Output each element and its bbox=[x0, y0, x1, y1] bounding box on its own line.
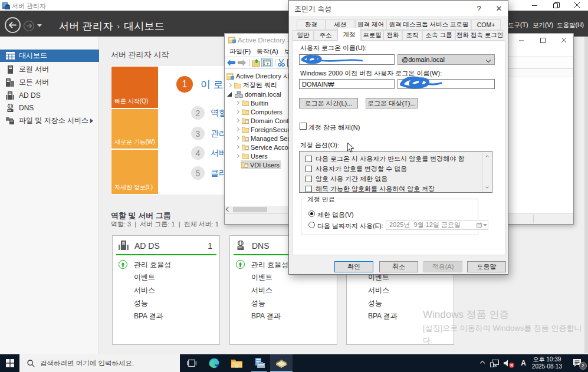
server-manager-button[interactable] bbox=[248, 354, 270, 372]
apply-button[interactable]: 적용(A) bbox=[423, 261, 462, 272]
whats-new-block[interactable]: 새로운 기능(W) bbox=[111, 109, 158, 149]
expiry-until-radio[interactable] bbox=[308, 222, 315, 228]
aduc-maximize-button[interactable] bbox=[532, 34, 553, 47]
console-tree-toggle[interactable] bbox=[261, 58, 272, 67]
tab-profile[interactable]: 프로필 bbox=[361, 30, 383, 41]
tile-title[interactable]: DNS bbox=[252, 241, 270, 251]
tile-title[interactable]: AD DS bbox=[134, 241, 160, 251]
tile-row[interactable]: 성능 bbox=[251, 298, 265, 308]
tree-item-saved-queries[interactable]: 저장된 쿼리 bbox=[225, 81, 277, 90]
file-explorer-button[interactable] bbox=[225, 354, 248, 372]
tab-telephones[interactable]: 전화 bbox=[383, 30, 402, 41]
chevron-collapsed-icon[interactable] bbox=[235, 110, 239, 114]
chevron-collapsed-icon[interactable] bbox=[235, 127, 239, 131]
volume-muted-icon[interactable] bbox=[504, 360, 512, 367]
dialog-help-button[interactable]: ? bbox=[469, 1, 489, 16]
help-button[interactable]: 도움말 bbox=[467, 261, 506, 272]
ok-button[interactable]: 확인 bbox=[334, 261, 373, 272]
tile-row[interactable]: 서비스 bbox=[368, 285, 389, 295]
tree-item-vdi-users[interactable]: VDI Users bbox=[225, 160, 281, 169]
aduc-minimize-button[interactable] bbox=[511, 34, 532, 47]
option-store-reversible[interactable]: 해독 가능한 암호화를 사용하여 암호 저장 bbox=[306, 185, 435, 193]
tab-organization[interactable]: 조직 bbox=[402, 30, 422, 41]
learn-more-block[interactable]: 자세한 정보(L) bbox=[111, 150, 158, 194]
tab-environment[interactable]: 환경 bbox=[297, 19, 326, 30]
chevron-collapsed-icon[interactable] bbox=[235, 154, 239, 158]
forward-icon[interactable] bbox=[238, 60, 246, 66]
menu-view[interactable]: 보기(V) bbox=[533, 21, 553, 29]
tile-row[interactable]: 관리 효율성 bbox=[251, 260, 288, 270]
sidebar-item-dns[interactable]: DNS bbox=[0, 101, 99, 114]
restore-button[interactable] bbox=[546, 0, 567, 11]
tab-account[interactable]: 계정 bbox=[337, 28, 361, 41]
minimize-button[interactable] bbox=[524, 0, 546, 11]
tree-item-computers[interactable]: Computers bbox=[225, 107, 282, 116]
dialog-close-button[interactable]: ✕ bbox=[489, 1, 509, 16]
date-picker-button[interactable] bbox=[476, 221, 487, 229]
taskbar-clock[interactable]: 오후 10:39 2025-08-13 bbox=[532, 356, 562, 370]
option-password-never-expires[interactable]: 암호 사용 기간 제한 없음 bbox=[306, 175, 387, 183]
chevron-collapsed-icon[interactable] bbox=[235, 145, 239, 149]
tile-row[interactable]: BPA 결과 bbox=[251, 311, 281, 321]
chevron-collapsed-icon[interactable] bbox=[235, 136, 239, 140]
tile-row[interactable]: BPA 결과 bbox=[134, 311, 163, 321]
up-level-icon[interactable] bbox=[252, 59, 260, 67]
scrollbar-thumb[interactable] bbox=[233, 207, 267, 212]
task-view-button[interactable] bbox=[180, 354, 203, 372]
tile-row[interactable]: 관리 효율성 bbox=[134, 260, 171, 270]
pre2000-domain-input[interactable]: DOMAIN₩ bbox=[299, 79, 395, 89]
aduc-close-button[interactable] bbox=[553, 34, 574, 47]
expiry-never-radio[interactable] bbox=[308, 210, 315, 217]
chevron-collapsed-icon[interactable] bbox=[228, 83, 232, 87]
tab-dial-in[interactable]: 전화 접속 로그인 bbox=[455, 30, 504, 41]
tile-row[interactable]: BPA 결과 bbox=[368, 311, 398, 321]
tab-com-plus[interactable]: COM+ bbox=[471, 19, 501, 30]
search-input[interactable]: 검색하려면 여기에 입력하세요. bbox=[19, 354, 180, 372]
close-button[interactable] bbox=[567, 0, 588, 11]
option-must-change-password[interactable]: 다음 로그온 시 사용자가 반드시 암호를 변경해야 함 bbox=[306, 154, 464, 163]
tile-row[interactable]: 성능 bbox=[134, 298, 148, 308]
tile-row[interactable]: 이벤트 bbox=[251, 272, 272, 282]
aduc-menu-action[interactable]: 동작(A) bbox=[257, 47, 278, 56]
tree-item-domain[interactable]: domain.local bbox=[225, 90, 281, 98]
expiry-date-picker[interactable]: 2025년 9월 12일 금요일 bbox=[386, 220, 488, 230]
tab-address[interactable]: 주소 bbox=[314, 30, 337, 41]
tree-item-users[interactable]: Users bbox=[225, 152, 268, 160]
main-scrollbar[interactable] bbox=[584, 37, 588, 353]
cancel-button[interactable]: 취소 bbox=[379, 261, 418, 272]
tab-general[interactable]: 일반 bbox=[293, 30, 314, 41]
edge-button[interactable] bbox=[203, 354, 225, 372]
tile-row[interactable]: 이벤트 bbox=[134, 272, 155, 282]
chevron-collapsed-icon[interactable] bbox=[235, 101, 239, 105]
upn-suffix-dropdown[interactable]: @domain.local bbox=[398, 54, 495, 65]
sidebar-item-file-storage[interactable]: 파일 및 저장소 서비스 bbox=[0, 114, 99, 127]
tile-row[interactable]: 서비스 bbox=[251, 285, 272, 295]
aduc-menu-file[interactable]: 파일(F) bbox=[229, 47, 251, 56]
menu-help[interactable]: 도움말(H) bbox=[557, 21, 584, 29]
aduc-taskbar-button[interactable] bbox=[270, 354, 293, 372]
sidebar-item-local-server[interactable]: 로컬 서버 bbox=[0, 63, 99, 75]
network-icon[interactable] bbox=[490, 360, 499, 367]
chevron-collapsed-icon[interactable] bbox=[235, 118, 239, 123]
start-button[interactable] bbox=[0, 354, 19, 372]
tab-member-of[interactable]: 소속 그룹 bbox=[422, 30, 455, 41]
logon-hours-button[interactable]: 로그온 시간(L)... bbox=[299, 98, 358, 108]
tile-row[interactable]: 서비스 bbox=[134, 285, 155, 295]
option-cannot-change-password[interactable]: 사용자가 암호를 변경할 수 없음 bbox=[306, 164, 407, 173]
back-icon[interactable] bbox=[227, 60, 235, 66]
logon-to-button[interactable]: 로그온 대상(T)... bbox=[366, 98, 418, 108]
ime-indicator[interactable]: A bbox=[521, 359, 526, 367]
tray-expand-icon[interactable] bbox=[480, 361, 485, 366]
options-scrollbar[interactable] bbox=[482, 152, 492, 192]
tile-row[interactable]: 성능 bbox=[368, 298, 382, 308]
sidebar-item-all-servers[interactable]: 모든 서버 bbox=[0, 76, 99, 88]
quick-start-block[interactable]: 빠른 시작(Q) bbox=[111, 67, 158, 108]
cut-icon[interactable] bbox=[278, 59, 285, 67]
tab-rds-profile[interactable]: 원격 데스크톱 서비스 프로필 bbox=[386, 19, 471, 30]
chevron-expanded-icon[interactable] bbox=[227, 92, 232, 97]
sidebar-item-dashboard[interactable]: 대시보드 bbox=[0, 50, 99, 62]
menu-tools[interactable]: 도구(T) bbox=[508, 21, 528, 29]
action-center-button[interactable]: 2 bbox=[570, 358, 584, 368]
tree-item-builtin[interactable]: Builtin bbox=[225, 98, 268, 107]
unlock-account-checkbox[interactable] bbox=[300, 123, 307, 130]
